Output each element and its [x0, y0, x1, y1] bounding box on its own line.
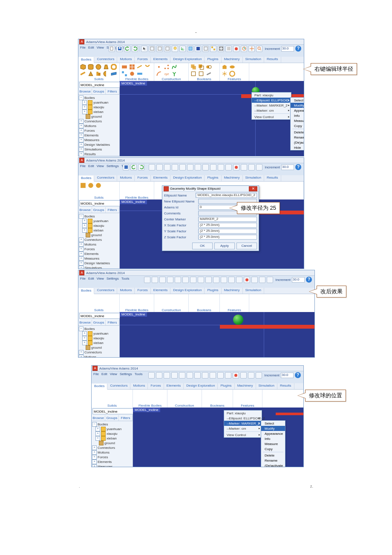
extrude-icon[interactable] [95, 71, 101, 77]
sub-item[interactable]: Modify [291, 103, 304, 108]
help-icon[interactable]: ? [295, 46, 301, 52]
viewport[interactable]: MODEL_incline [120, 312, 314, 357]
bool-icon[interactable] [198, 71, 204, 77]
sub-item[interactable]: Info [291, 113, 304, 118]
help-icon[interactable]: ? [295, 372, 301, 378]
expand-icon[interactable]: + [79, 128, 84, 133]
arc-icon[interactable] [156, 71, 162, 77]
pan-icon[interactable] [248, 164, 255, 171]
cylinder-icon[interactable] [88, 64, 94, 70]
tool-icon[interactable] [218, 164, 224, 171]
bool-icon[interactable] [190, 64, 196, 70]
help-icon[interactable]: ? [306, 277, 312, 283]
viewport[interactable]: MODEL_incline Part: xiaoqiu --Ellipsoid:… [133, 408, 303, 467]
new-icon[interactable] [109, 46, 115, 52]
dialog-titlebar[interactable]: Geometry Modify Shape Ellipsoid ✕ [162, 186, 259, 192]
tree-bodies[interactable]: Bodies [84, 96, 95, 100]
bulb-icon[interactable] [172, 46, 178, 52]
tool-icon[interactable] [210, 164, 216, 171]
save-icon[interactable] [123, 164, 129, 171]
tool-icon[interactable] [179, 164, 186, 171]
tree-item[interactable]: xiaoqiu [93, 105, 104, 109]
tool-icon[interactable] [149, 46, 155, 52]
side-tabs[interactable]: Browse Groups Filters [78, 89, 119, 95]
context-submenu[interactable]: Select Modify Appearance Info Measure Co… [261, 420, 285, 467]
green-sphere[interactable] [233, 315, 243, 325]
tree-item[interactable]: Design Variables [84, 143, 110, 147]
link-icon[interactable] [80, 71, 86, 77]
tool-icon[interactable] [225, 46, 232, 52]
tab-bodies[interactable]: Bodies [78, 57, 94, 63]
tab-results[interactable]: Results [264, 57, 281, 63]
ctx-item[interactable]: --Marker: cm▸ [252, 108, 291, 113]
tree-item[interactable]: yuanhuan [93, 101, 108, 104]
zoom-icon[interactable] [256, 46, 262, 52]
tab-plugins[interactable]: Plugins [205, 57, 221, 63]
cancel-button[interactable]: Cancel [236, 243, 257, 249]
point-icon[interactable]: • [156, 64, 162, 70]
tree-item[interactable]: Motions [84, 124, 96, 128]
tool-icon[interactable] [195, 164, 201, 171]
ctx-item[interactable]: --Marker: MARKER_2▸ [252, 103, 291, 108]
sub-item[interactable]: Rename [291, 135, 304, 140]
ctx-item[interactable]: --Marker: MARKER_2▸ [224, 421, 262, 426]
feature-icon[interactable] [229, 64, 235, 70]
tab-elements[interactable]: Elements [151, 57, 170, 63]
tool-icon[interactable] [225, 164, 232, 171]
expand-icon[interactable]: + [79, 138, 84, 142]
tool-icon[interactable] [156, 164, 163, 171]
close-icon[interactable]: ✕ [249, 186, 257, 191]
context-menu[interactable]: Part: xiaoqiu --Ellipsoid: ELLIPSOID_2▸ … [224, 410, 262, 438]
flex-icon[interactable] [121, 64, 127, 70]
sphere-icon[interactable] [95, 64, 101, 70]
tool-icon[interactable] [149, 164, 155, 171]
context-menu[interactable]: Part: xiaoqiu --Ellipsoid: ELLIPSOID_2▸ … [251, 92, 291, 120]
bool-icon[interactable] [198, 64, 204, 70]
menu-view[interactable]: View [97, 46, 104, 49]
tab-design-exploration[interactable]: Design Exploration [170, 57, 205, 63]
expand-icon[interactable]: + [79, 142, 84, 147]
redo-icon[interactable] [138, 164, 144, 171]
tab-connectors[interactable]: Connectors [94, 57, 117, 63]
tool-icon[interactable] [202, 164, 209, 171]
pan-icon[interactable] [248, 46, 255, 52]
tab-motions[interactable]: Motions [117, 57, 135, 63]
side-tab-groups[interactable]: Groups [92, 89, 106, 94]
context-submenu[interactable]: Select Modify Appearance Info Measure Co… [290, 97, 304, 150]
menu-file[interactable]: File [80, 46, 86, 49]
rotate-icon[interactable] [241, 46, 247, 52]
sub-item[interactable]: Copy [291, 123, 304, 128]
model-selector[interactable]: ▾ [79, 82, 118, 88]
tree-item[interactable]: ground [91, 115, 102, 119]
help-icon[interactable]: ? [295, 164, 301, 170]
feature-icon[interactable] [222, 71, 228, 77]
feature-icon[interactable] [229, 71, 235, 77]
expand-icon[interactable]: + [82, 100, 87, 105]
expand-icon[interactable]: + [79, 147, 84, 152]
menu-edit[interactable]: Edit [88, 46, 94, 49]
increment-field[interactable]: 30.0 [281, 46, 294, 52]
ctx-item[interactable]: --Ellipsoid: ELLIPSOID_2▸ [224, 416, 262, 421]
field-center-marker[interactable]: MARKER_2 [198, 217, 257, 222]
flex-icon[interactable] [144, 64, 150, 70]
apply-button[interactable]: Apply [214, 243, 235, 249]
tree-item[interactable]: Results [84, 152, 96, 156]
sub-item[interactable]: Appearance [291, 108, 304, 113]
tool-icon[interactable] [156, 46, 163, 52]
tree-item[interactable]: Elements [84, 133, 98, 137]
flex-icon[interactable] [121, 71, 127, 77]
sub-item[interactable]: Select [291, 98, 304, 103]
rotate-icon[interactable] [241, 164, 247, 171]
record-icon[interactable] [233, 164, 239, 171]
flex-icon[interactable] [137, 71, 143, 77]
select-icon[interactable] [141, 46, 147, 52]
tree-item[interactable]: Forces [84, 129, 95, 133]
field-ellipsoid-name[interactable]: MODEL_incline.xiaoqiu.ELLIPSOID_2 [196, 193, 257, 198]
ctx-item[interactable]: --Ellipsoid: ELLIPSOID_2▸ [252, 98, 291, 103]
torus-icon[interactable] [111, 64, 117, 70]
expand-icon[interactable]: + [79, 119, 84, 124]
sub-item[interactable]: Delete [291, 130, 304, 135]
side-tab-filters[interactable]: Filters [106, 89, 119, 94]
tool-icon[interactable] [210, 46, 216, 52]
prism-icon[interactable] [88, 71, 94, 77]
